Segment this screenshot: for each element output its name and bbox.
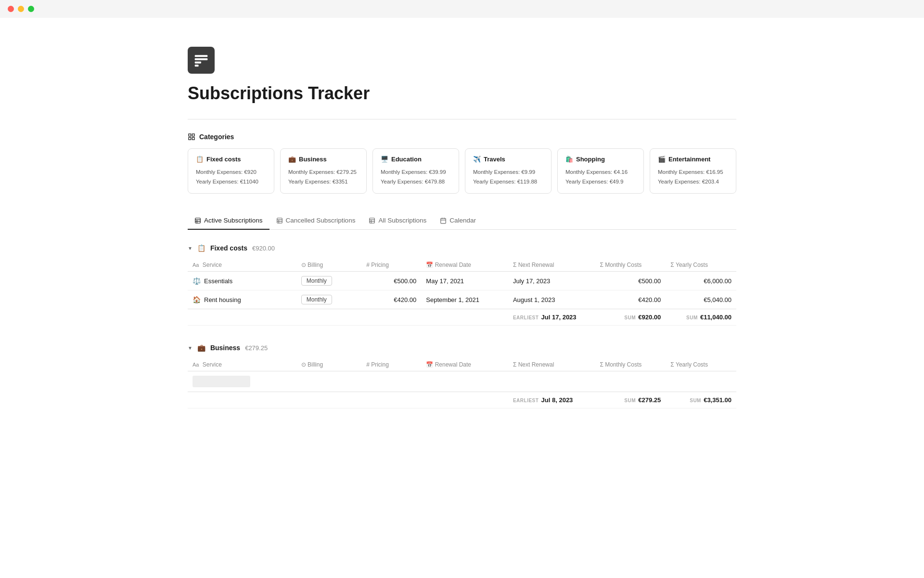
fixed-group-name: Fixed costs [210, 244, 247, 252]
service-cell-business-placeholder [188, 371, 296, 392]
svg-rect-16 [370, 218, 375, 223]
education-yearly: Yearly Expenses: €479.88 [381, 177, 451, 187]
titlebar [0, 0, 924, 18]
business-summary-empty [188, 392, 361, 408]
billing-cell-essentials: Monthly [296, 272, 361, 290]
group-fixed-header[interactable]: ▼ 📋 Fixed costs €920.00 [188, 241, 736, 255]
travels-yearly: Yearly Expenses: €119.88 [473, 177, 543, 187]
fixed-group-icon: 📋 [197, 244, 205, 252]
svg-rect-3 [195, 65, 199, 66]
renewal-date-cell-rent: September 1, 2021 [421, 290, 508, 309]
category-card-entertainment[interactable]: 🎬 Entertainment Monthly Expenses: €16.95… [650, 148, 736, 194]
svg-rect-2 [195, 62, 201, 64]
fixed-summary-empty [188, 309, 361, 326]
svg-rect-4 [189, 134, 191, 136]
category-card-education[interactable]: 🖥️ Education Monthly Expenses: €39.99 Ye… [372, 148, 459, 194]
education-monthly: Monthly Expenses: €39.99 [381, 168, 451, 177]
business-table-header-row: Aa Service ⊙ Billing # Pricing 📅 Renewal… [188, 358, 736, 371]
service-cell-rent: 🏠 Rent housing [188, 290, 296, 309]
fixed-monthly: Monthly Expenses: €920 [196, 168, 266, 177]
main-content: Subscriptions Tracker Categories 📋 Fixed… [149, 18, 775, 443]
title-divider [188, 119, 736, 119]
education-icon: 🖥️ [381, 156, 388, 163]
svg-rect-7 [192, 137, 194, 140]
fixed-summary-pricing-empty [361, 309, 421, 326]
col-header-pricing-b: # Pricing [361, 358, 421, 371]
category-business-title: 💼 Business [288, 156, 359, 163]
fixed-costs-table: Aa Service ⊙ Billing # Pricing 📅 Renewal… [188, 259, 736, 326]
table-row[interactable] [188, 371, 736, 392]
col-header-renewal-date-b: 📅 Renewal Date [421, 358, 508, 371]
tab-active-subscriptions[interactable]: Active Subscriptions [188, 213, 270, 230]
business-icon: 💼 [288, 156, 296, 163]
service-cell-essentials: ⚖️ Essentials [188, 272, 296, 290]
shopping-monthly: Monthly Expenses: €4.16 [565, 168, 636, 177]
svg-rect-8 [195, 218, 201, 223]
svg-rect-5 [192, 134, 194, 136]
col-header-next-renewal: Σ Next Renewal [508, 259, 595, 272]
travels-monthly: Monthly Expenses: €9.99 [473, 168, 543, 177]
entertainment-icon: 🎬 [658, 156, 666, 163]
business-group-amount: €279.25 [245, 344, 268, 352]
business-summary-earliest: EARLIEST Jul 8, 2023 [508, 392, 595, 408]
col-header-renewal-date: 📅 Renewal Date [421, 259, 508, 272]
subscriptions-icon [193, 53, 209, 68]
table-icon-cancelled [276, 217, 283, 224]
category-card-travels[interactable]: ✈️ Travels Monthly Expenses: €9.99 Yearl… [465, 148, 552, 194]
col-header-billing: ⊙ Billing [296, 259, 361, 272]
tab-all-subscriptions[interactable]: All Subscriptions [362, 213, 433, 230]
category-card-business[interactable]: 💼 Business Monthly Expenses: €279.25 Yea… [280, 148, 367, 194]
renewal-date-cell-essentials: May 17, 2021 [421, 272, 508, 290]
categories-header: Categories [188, 133, 736, 141]
svg-rect-20 [441, 218, 446, 223]
business-group-icon: 💼 [197, 344, 205, 352]
chevron-down-icon: ▼ [188, 246, 192, 251]
business-summary-monthly: SUM €279.25 [595, 392, 666, 408]
rent-icon: 🏠 [192, 296, 201, 303]
monthly-cell-essentials: €500.00 [595, 272, 666, 290]
table-row[interactable]: ⚖️ Essentials Monthly €500.00 May 17, 20… [188, 272, 736, 290]
table-icon-active [194, 217, 201, 224]
categories-grid: 📋 Fixed costs Monthly Expenses: €920 Yea… [188, 148, 736, 194]
fixed-icon: 📋 [196, 156, 204, 163]
calendar-icon [440, 217, 447, 224]
group-business-header[interactable]: ▼ 💼 Business €279.25 [188, 341, 736, 355]
fixed-summary-yearly: SUM €11,040.00 [666, 309, 736, 326]
table-row[interactable]: 🏠 Rent housing Monthly €420.00 September… [188, 290, 736, 309]
pricing-cell-rent: €420.00 [361, 290, 421, 309]
business-monthly: Monthly Expenses: €279.25 [288, 168, 359, 177]
col-header-yearly-b: Σ Yearly Costs [666, 358, 736, 371]
fixed-yearly: Yearly Expenses: €11040 [196, 177, 266, 187]
group-fixed-costs: ▼ 📋 Fixed costs €920.00 Aa Service ⊙ Bil… [188, 241, 736, 326]
tab-cancelled-subscriptions[interactable]: Cancelled Subscriptions [270, 213, 362, 230]
col-header-service-b: Aa Service [188, 358, 296, 371]
fixed-group-amount: €920.00 [252, 245, 275, 252]
page-icon [188, 47, 215, 74]
svg-rect-6 [189, 137, 191, 140]
shopping-icon: 🛍️ [565, 156, 573, 163]
group-business: ▼ 💼 Business €279.25 Aa Service ⊙ Billin… [188, 341, 736, 408]
entertainment-monthly: Monthly Expenses: €16.95 [658, 168, 728, 177]
col-header-next-renewal-b: Σ Next Renewal [508, 358, 595, 371]
col-header-billing-b: ⊙ Billing [296, 358, 361, 371]
category-card-shopping[interactable]: 🛍️ Shopping Monthly Expenses: €4.16 Year… [557, 148, 644, 194]
fixed-summary-row: EARLIEST Jul 17, 2023 SUM €920.00 SUM €1… [188, 309, 736, 326]
categories-icon [188, 133, 195, 141]
tab-calendar[interactable]: Calendar [433, 213, 483, 230]
col-header-service: Aa Service [188, 259, 296, 272]
svg-rect-12 [277, 218, 282, 223]
col-header-yearly: Σ Yearly Costs [666, 259, 736, 272]
fixed-summary-renewal-empty [421, 309, 508, 326]
category-education-title: 🖥️ Education [381, 156, 451, 163]
minimize-button[interactable] [18, 6, 24, 12]
table-icon-all [369, 217, 375, 224]
close-button[interactable] [8, 6, 14, 12]
shopping-yearly: Yearly Expenses: €49.9 [565, 177, 636, 187]
yearly-cell-rent: €5,040.00 [666, 290, 736, 309]
category-card-fixed[interactable]: 📋 Fixed costs Monthly Expenses: €920 Yea… [188, 148, 274, 194]
business-group-name: Business [210, 344, 240, 352]
maximize-button[interactable] [28, 6, 34, 12]
col-header-monthly: Σ Monthly Costs [595, 259, 666, 272]
svg-rect-0 [195, 55, 208, 57]
business-yearly: Yearly Expenses: €3351 [288, 177, 359, 187]
